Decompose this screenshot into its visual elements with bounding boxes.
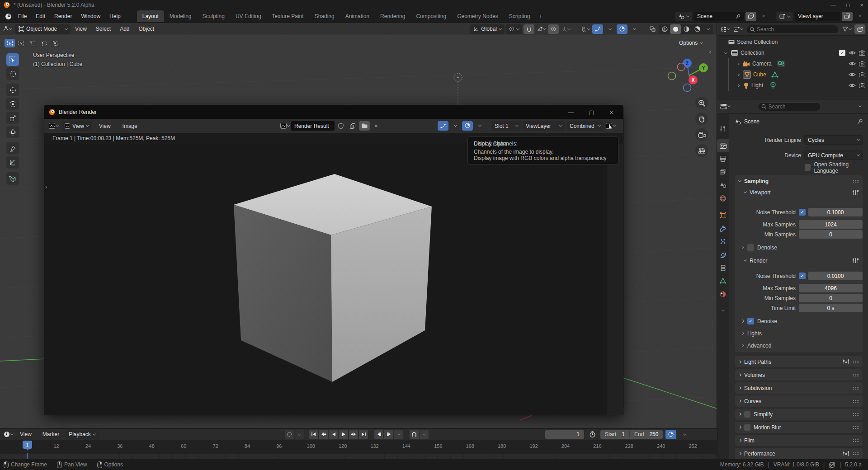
- stopwatch-icon[interactable]: [587, 430, 598, 439]
- tab-uv-editing[interactable]: UV Editing: [230, 10, 267, 22]
- outliner-row-light[interactable]: Light: [717, 80, 868, 91]
- tab-texture-paint[interactable]: Texture Paint: [267, 10, 309, 22]
- new-collection-button[interactable]: [854, 24, 865, 34]
- mode-dropdown[interactable]: Object Mode: [15, 24, 71, 34]
- tab-rendering[interactable]: Rendering: [375, 10, 410, 22]
- render-overlays-dropdown[interactable]: [474, 121, 485, 131]
- shading-material-icon[interactable]: [681, 24, 692, 34]
- scene-new-button[interactable]: [745, 12, 756, 21]
- play-button[interactable]: [339, 430, 348, 439]
- tab-strip-expand[interactable]: [717, 304, 729, 317]
- editor-type-icon[interactable]: [2, 24, 13, 34]
- panel-grip[interactable]: [853, 413, 859, 416]
- navigation-gizmo[interactable]: Z Y X: [663, 57, 712, 102]
- end-frame-field[interactable]: End250: [630, 431, 663, 437]
- tool-move[interactable]: [6, 84, 19, 96]
- camera-view-button[interactable]: [695, 128, 708, 141]
- panel-subdivision[interactable]: Subdivision: [735, 382, 863, 394]
- render-engine-dropdown[interactable]: Cycles: [805, 136, 863, 144]
- proportional-falloff-dropdown[interactable]: [560, 24, 571, 34]
- sampling-panel-header[interactable]: Sampling: [735, 175, 863, 187]
- tab-scripting[interactable]: Scripting: [504, 10, 536, 22]
- shading-wireframe-icon[interactable]: [659, 24, 670, 34]
- gizmos-toggle-icon[interactable]: [592, 24, 603, 34]
- panel-film[interactable]: Film: [735, 435, 863, 446]
- outliner-search[interactable]: [746, 25, 839, 34]
- tab-particles[interactable]: [717, 235, 729, 248]
- duplicate-image-icon[interactable]: [347, 121, 358, 131]
- network-offline-icon[interactable]: [829, 461, 835, 468]
- ortho-toggle-button[interactable]: [695, 144, 708, 157]
- render-max-samples-field[interactable]: 4096: [799, 284, 863, 292]
- panel-grip[interactable]: [853, 400, 859, 403]
- panel-grip[interactable]: [853, 439, 859, 442]
- viewport-max-samples-field[interactable]: 1024: [799, 220, 863, 229]
- tool-annotate[interactable]: [6, 142, 19, 155]
- tab-animation[interactable]: Animation: [340, 10, 375, 22]
- display-channels-dropdown[interactable]: [605, 121, 616, 131]
- select-mode-circle-button[interactable]: [27, 39, 38, 47]
- shading-rendered-icon[interactable]: [692, 24, 703, 34]
- play-reverse-button[interactable]: [329, 430, 338, 439]
- panel-grip[interactable]: [853, 360, 859, 363]
- scene-name-field[interactable]: Scene: [694, 12, 744, 21]
- render-denoise-row[interactable]: ✓ Denoise: [741, 317, 777, 325]
- tab-physics[interactable]: [717, 248, 729, 261]
- preview-range-button[interactable]: [410, 430, 419, 439]
- outliner-display-mode-dropdown[interactable]: [720, 24, 731, 34]
- panel-grip[interactable]: [853, 179, 859, 183]
- options-dropdown[interactable]: Options: [679, 40, 703, 46]
- tool-add-cube[interactable]: [6, 172, 19, 185]
- render-time-limit-field[interactable]: 0 s: [799, 304, 863, 312]
- render-noise-threshold-checkbox[interactable]: ✓: [799, 273, 806, 279]
- open-image-folder-icon[interactable]: [359, 121, 370, 131]
- tab-tool[interactable]: [717, 122, 729, 135]
- add-workspace-button[interactable]: +: [536, 10, 546, 22]
- hide-eye-icon[interactable]: [849, 83, 856, 88]
- hide-eye-icon[interactable]: [849, 72, 856, 77]
- render-denoise-checkbox[interactable]: ✓: [747, 318, 754, 324]
- proportional-editing-icon[interactable]: [548, 24, 559, 34]
- device-dropdown[interactable]: GPU Compute: [805, 151, 863, 160]
- viewlayer-new-button[interactable]: [842, 12, 853, 21]
- tab-view-layer[interactable]: [717, 165, 729, 179]
- tab-constraints[interactable]: [717, 261, 729, 274]
- viewport-menu-view[interactable]: View: [71, 24, 91, 34]
- fake-user-shield-icon[interactable]: [335, 121, 346, 131]
- viewport-menu-add[interactable]: Add: [115, 24, 134, 34]
- sidebar-collapse-icon[interactable]: [710, 48, 712, 55]
- image-name-field[interactable]: Render Result: [291, 121, 335, 131]
- jump-to-start-button[interactable]: [309, 430, 318, 439]
- render-gizmos-dropdown[interactable]: [450, 121, 461, 131]
- hide-eye-icon[interactable]: [849, 50, 856, 56]
- outliner-id-type-dropdown[interactable]: [733, 24, 744, 34]
- render-minimize-button[interactable]: —: [564, 107, 578, 117]
- viewlayer-name-field[interactable]: ViewLayer: [795, 12, 840, 21]
- slot-dropdown[interactable]: Slot 1: [491, 121, 521, 131]
- select-mode-box-button[interactable]: [16, 39, 26, 47]
- frame-forward-button[interactable]: [384, 430, 393, 439]
- select-mode-lasso-button[interactable]: [38, 39, 49, 47]
- preset-icon[interactable]: [843, 451, 849, 456]
- viewport-noise-threshold-field[interactable]: 0.1000: [808, 208, 863, 216]
- pass-dropdown[interactable]: Combined: [566, 121, 604, 131]
- viewport-min-samples-field[interactable]: 0: [799, 230, 863, 239]
- select-mode-tweak-button[interactable]: [5, 39, 15, 47]
- tab-render[interactable]: [717, 139, 729, 152]
- disable-render-camera-icon[interactable]: [859, 61, 865, 66]
- timeline-menu-view[interactable]: View: [15, 430, 36, 439]
- panel-motion-blur[interactable]: Motion Blur: [735, 422, 863, 433]
- menu-window[interactable]: Window: [76, 10, 105, 22]
- menu-render[interactable]: Render: [50, 10, 76, 22]
- menu-help[interactable]: Help: [105, 10, 125, 22]
- auto-keying-button[interactable]: [285, 430, 294, 439]
- visibility-dropdown[interactable]: [580, 24, 591, 34]
- window-maximize-button[interactable]: ▢: [846, 3, 850, 8]
- snap-magnet-icon[interactable]: [524, 24, 534, 34]
- window-close-button[interactable]: ×: [860, 2, 863, 9]
- tab-modeling[interactable]: Modeling: [164, 10, 197, 22]
- simplify-checkbox[interactable]: [744, 411, 750, 418]
- sampling-viewport-header[interactable]: Viewport: [735, 187, 863, 198]
- panel-grip[interactable]: [853, 452, 859, 455]
- motion-blur-checkbox[interactable]: [744, 424, 750, 431]
